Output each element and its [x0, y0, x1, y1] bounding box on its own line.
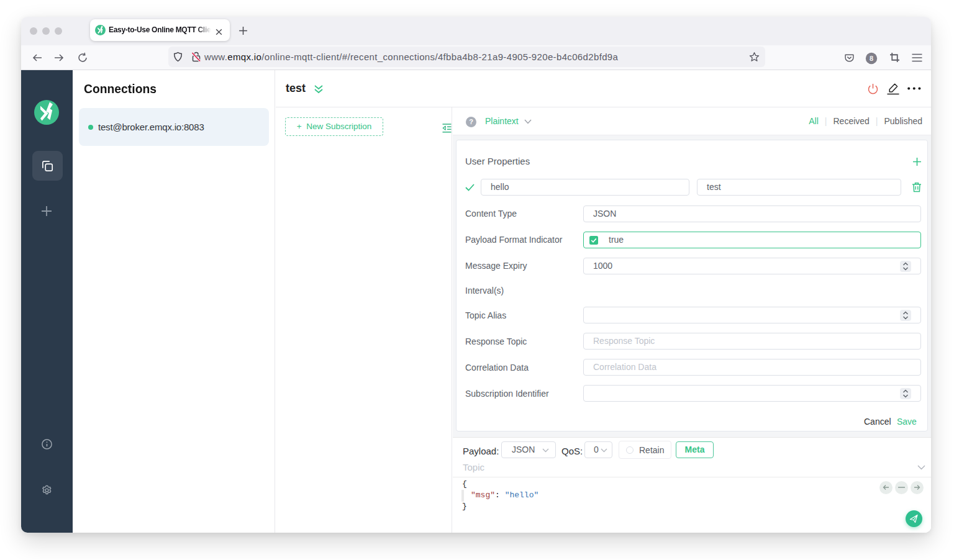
svg-text:8: 8	[870, 55, 873, 62]
